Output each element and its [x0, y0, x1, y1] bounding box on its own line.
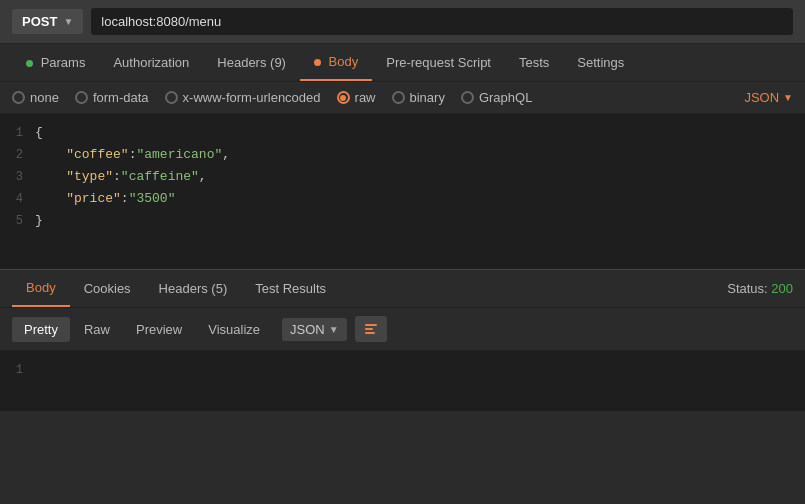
- line-content-4: "price":"3500": [35, 189, 175, 209]
- resp-tab-body[interactable]: Body: [12, 270, 70, 307]
- resp-line-1: 1: [0, 359, 805, 381]
- tab-headers-label: Headers (9): [217, 55, 286, 70]
- resp-btn-visualize[interactable]: Visualize: [196, 317, 272, 342]
- tab-body[interactable]: Body: [300, 44, 372, 81]
- line-content-2: "coffee":"americano",: [35, 145, 230, 165]
- option-graphql[interactable]: GraphQL: [461, 90, 532, 105]
- body-options-row: none form-data x-www-form-urlencoded raw…: [0, 82, 805, 114]
- tab-tests-label: Tests: [519, 55, 549, 70]
- line-num-3: 3: [0, 167, 35, 187]
- resp-json-arrow-icon: ▼: [329, 324, 339, 335]
- resp-line-num-1: 1: [0, 360, 35, 380]
- svg-rect-2: [365, 332, 375, 334]
- radio-graphql: [461, 91, 474, 104]
- tab-pre-request-label: Pre-request Script: [386, 55, 491, 70]
- option-x-www[interactable]: x-www-form-urlencoded: [165, 90, 321, 105]
- resp-tab-headers-label: Headers (5): [159, 281, 228, 296]
- radio-raw-inner: [340, 95, 346, 101]
- option-graphql-label: GraphQL: [479, 90, 532, 105]
- code-line-2: 2 "coffee":"americano",: [0, 144, 805, 166]
- code-line-3: 3 "type":"caffeine",: [0, 166, 805, 188]
- radio-binary: [392, 91, 405, 104]
- option-x-www-label: x-www-form-urlencoded: [183, 90, 321, 105]
- option-form-data[interactable]: form-data: [75, 90, 149, 105]
- resp-json-label: JSON: [290, 322, 325, 337]
- response-body: 1: [0, 351, 805, 411]
- radio-form-data: [75, 91, 88, 104]
- radio-x-www: [165, 91, 178, 104]
- svg-rect-1: [365, 328, 373, 330]
- tab-headers[interactable]: Headers (9): [203, 45, 300, 80]
- resp-tab-cookies-label: Cookies: [84, 281, 131, 296]
- resp-json-select[interactable]: JSON ▼: [282, 318, 347, 341]
- code-line-5: 5 }: [0, 210, 805, 232]
- line-content-3: "type":"caffeine",: [35, 167, 207, 187]
- method-select[interactable]: POST ▼: [12, 9, 83, 34]
- response-status: Status: 200: [727, 281, 793, 296]
- tab-authorization[interactable]: Authorization: [99, 45, 203, 80]
- resp-tab-test-results-label: Test Results: [255, 281, 326, 296]
- option-raw-label: raw: [355, 90, 376, 105]
- tab-pre-request-script[interactable]: Pre-request Script: [372, 45, 505, 80]
- line-content-5: }: [35, 211, 43, 231]
- resp-tab-body-label: Body: [26, 280, 56, 295]
- url-bar: POST ▼: [0, 0, 805, 44]
- code-line-1: 1 {: [0, 122, 805, 144]
- json-type-select[interactable]: JSON ▼: [744, 90, 793, 105]
- line-num-5: 5: [0, 211, 35, 231]
- format-icon: [363, 321, 379, 337]
- radio-none: [12, 91, 25, 104]
- json-type-arrow-icon: ▼: [783, 92, 793, 103]
- format-icon-button[interactable]: [355, 316, 387, 342]
- resp-tab-headers[interactable]: Headers (5): [145, 271, 242, 306]
- option-binary-label: binary: [410, 90, 445, 105]
- option-binary[interactable]: binary: [392, 90, 445, 105]
- tab-body-label: Body: [329, 54, 359, 69]
- code-line-4: 4 "price":"3500": [0, 188, 805, 210]
- tab-authorization-label: Authorization: [113, 55, 189, 70]
- svg-rect-0: [365, 324, 377, 326]
- line-num-2: 2: [0, 145, 35, 165]
- radio-raw: [337, 91, 350, 104]
- params-dot: [26, 60, 33, 67]
- line-num-1: 1: [0, 123, 35, 143]
- resp-tab-test-results[interactable]: Test Results: [241, 271, 340, 306]
- option-none-label: none: [30, 90, 59, 105]
- resp-tab-cookies[interactable]: Cookies: [70, 271, 145, 306]
- json-type-label: JSON: [744, 90, 779, 105]
- tab-params-label: Params: [41, 55, 86, 70]
- status-value: 200: [771, 281, 793, 296]
- request-tabs: Params Authorization Headers (9) Body Pr…: [0, 44, 805, 82]
- response-tabs: Body Cookies Headers (5) Test Results St…: [0, 270, 805, 308]
- tab-tests[interactable]: Tests: [505, 45, 563, 80]
- resp-btn-pretty[interactable]: Pretty: [12, 317, 70, 342]
- method-arrow-icon: ▼: [63, 16, 73, 27]
- option-form-data-label: form-data: [93, 90, 149, 105]
- tab-params[interactable]: Params: [12, 45, 99, 80]
- url-input[interactable]: [91, 8, 793, 35]
- resp-btn-raw[interactable]: Raw: [72, 317, 122, 342]
- tab-settings-label: Settings: [577, 55, 624, 70]
- code-editor[interactable]: 1 { 2 "coffee":"americano", 3 "type":"ca…: [0, 114, 805, 269]
- status-label: Status:: [727, 281, 771, 296]
- option-raw[interactable]: raw: [337, 90, 376, 105]
- line-content-1: {: [35, 123, 43, 143]
- option-none[interactable]: none: [12, 90, 59, 105]
- resp-btn-preview[interactable]: Preview: [124, 317, 194, 342]
- line-num-4: 4: [0, 189, 35, 209]
- method-label: POST: [22, 14, 57, 29]
- response-toolbar: Pretty Raw Preview Visualize JSON ▼: [0, 308, 805, 351]
- tab-settings[interactable]: Settings: [563, 45, 638, 80]
- body-dot: [314, 59, 321, 66]
